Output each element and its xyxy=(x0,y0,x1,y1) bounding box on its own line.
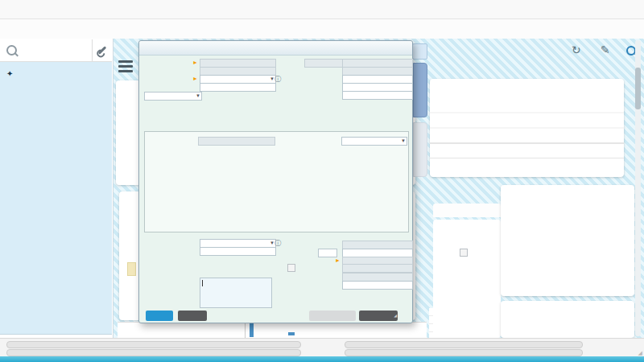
status-bar: ◢ xyxy=(0,338,644,357)
copy-from-button xyxy=(309,311,356,321)
bg-bar-small xyxy=(288,332,295,335)
remarks-textarea[interactable] xyxy=(200,278,272,308)
minimize-icon[interactable] xyxy=(378,42,388,52)
chevron-down-icon: ▼ xyxy=(401,138,406,145)
status-info-field-2 xyxy=(345,349,583,356)
panel-expand-button[interactable] xyxy=(412,43,427,60)
maximize-icon[interactable] xyxy=(388,42,398,52)
dialog-titlebar[interactable] xyxy=(139,41,412,56)
customize-menu-button[interactable] xyxy=(92,39,112,61)
sidebar-section-header: ✦ xyxy=(0,64,112,83)
ok-button[interactable] xyxy=(146,311,173,321)
customer-link-arrow[interactable]: ► xyxy=(192,59,198,66)
sales-revenue-card xyxy=(501,185,634,296)
text-caret xyxy=(202,280,203,286)
bg-axis-line xyxy=(245,323,246,338)
sap-business-one-window: ✦ xyxy=(0,0,644,362)
udf-vertical-tab[interactable] xyxy=(413,63,427,117)
menu-bar xyxy=(0,0,644,19)
rounding-checkbox[interactable] xyxy=(287,264,295,272)
gross-profit-card xyxy=(501,301,634,338)
rounding-field xyxy=(342,264,413,273)
refresh-icon[interactable]: ↻ xyxy=(572,43,581,56)
bg-bar xyxy=(250,323,254,337)
bottom-accent-bar xyxy=(0,356,644,362)
document-date-field[interactable] xyxy=(342,91,413,100)
contact-link-arrow[interactable]: ► xyxy=(192,75,198,82)
total-field xyxy=(342,281,413,290)
no-series-field[interactable] xyxy=(304,59,344,68)
status-info-field-1 xyxy=(345,341,583,348)
hamburger-menu-icon[interactable] xyxy=(118,60,133,72)
chart-svg xyxy=(430,98,624,146)
status-message-field-2 xyxy=(6,349,301,356)
sidebar-menu: ✦ xyxy=(0,62,112,335)
copy-to-button[interactable]: ◢ xyxy=(359,311,398,321)
currency-dropdown[interactable]: ▼ xyxy=(144,92,202,101)
summary-type-dropdown[interactable]: ▼ xyxy=(341,137,407,146)
wrench-icon xyxy=(98,46,107,55)
search-icon xyxy=(6,45,17,56)
freight-link-arrow[interactable]: ► xyxy=(335,257,341,264)
toolbar xyxy=(0,19,644,39)
customer-ref-field[interactable] xyxy=(200,83,276,92)
contents-panel: ▼ xyxy=(144,131,409,232)
currency-strip xyxy=(433,204,501,217)
bg-side-widget xyxy=(433,220,501,338)
last-year-checkbox[interactable] xyxy=(460,249,468,257)
workspace: ✦ xyxy=(0,39,644,338)
close-icon[interactable] xyxy=(398,42,409,52)
sales-module-icon: ✦ xyxy=(6,69,13,78)
cancel-button[interactable] xyxy=(178,311,207,321)
bg-bottom-widget xyxy=(118,322,427,338)
owner-field[interactable] xyxy=(200,247,276,256)
last-year-checkbox-row[interactable] xyxy=(460,249,472,257)
edit-pencil-icon[interactable]: ✎ xyxy=(601,43,610,56)
sales-order-dialog: ► ► ▼ ⓘ ▼ xyxy=(138,40,413,323)
item-service-type-field[interactable] xyxy=(198,137,275,146)
status-message-field-1 xyxy=(6,341,301,348)
menu-corner-icon: ◢ xyxy=(394,311,397,321)
chart-x-labels xyxy=(430,148,624,158)
resize-grip-icon[interactable]: ◢ xyxy=(638,350,642,356)
menu-search[interactable] xyxy=(0,39,112,62)
bg-highlight-box xyxy=(127,262,136,276)
chevron-down-icon: ▼ xyxy=(196,93,200,100)
gross-profit-chart-card xyxy=(430,79,624,177)
right-scrollbar-thumb[interactable] xyxy=(635,68,641,109)
sidebar: ✦ xyxy=(0,39,114,338)
alerts-vertical-tab[interactable] xyxy=(413,122,427,177)
